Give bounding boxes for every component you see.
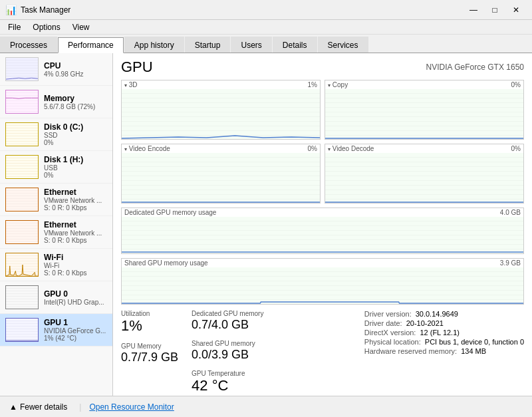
minimize-button[interactable]: —	[463, 0, 484, 20]
gpu-temp-label: GPU Temperature	[192, 370, 263, 377]
tab-services[interactable]: Services	[318, 37, 368, 53]
disk1-graph-thumbnail	[5, 155, 39, 179]
ethernet1-sub: VMware Network ...	[44, 197, 107, 204]
dedicated-gpu-mem-label: Dedicated GPU memory	[192, 310, 263, 317]
wifi-graph-thumbnail	[5, 253, 39, 277]
close-button[interactable]: ✕	[505, 0, 527, 20]
fewer-details-button[interactable]: ▲ Fewer details	[5, 401, 71, 413]
shared-gpu-mem-label: Shared GPU memory	[192, 340, 263, 347]
disk0-graph-thumbnail	[5, 122, 39, 146]
memory-info: Memory 5.6/7.8 GB (72%)	[44, 94, 107, 110]
maximize-button[interactable]: □	[484, 0, 505, 20]
gpu-memory-label: GPU Memory	[121, 343, 178, 350]
tab-startup[interactable]: Startup	[185, 37, 231, 53]
chart-video-encode: ▾ Video Encode 0%	[121, 144, 321, 204]
wifi-sub3: S: 0 R: 0 Kbps	[44, 269, 107, 277]
chart-vdecode-percent: 0%	[511, 145, 521, 152]
ethernet1-label: Ethernet	[44, 188, 107, 197]
disk0-sub2: SSD	[44, 132, 107, 139]
chart-video-decode: ▾ Video Decode 0%	[325, 144, 524, 204]
driver-version-val: 30.0.14.9649	[416, 310, 458, 318]
gpu0-label: GPU 0	[44, 289, 107, 299]
ethernet1-graph-thumbnail	[5, 188, 39, 211]
disk1-label: Disk 1 (H:)	[44, 155, 107, 164]
sidebar-item-gpu1[interactable]: GPU 1 NVIDIA GeForce G... 1% (42 °C)	[0, 314, 112, 347]
physical-location-row: Physical location: PCI bus 1, device 0, …	[364, 338, 524, 346]
chart-copy-body	[325, 89, 523, 139]
gpu0-sub: Intel(R) UHD Grap...	[44, 299, 107, 306]
ethernet2-sub3: S: 0 R: 0 Kbps	[44, 237, 107, 244]
sidebar-item-cpu[interactable]: CPU 4% 0.98 GHz	[0, 53, 112, 86]
tab-performance[interactable]: Performance	[58, 37, 124, 53]
sidebar-item-disk0[interactable]: Disk 0 (C:) SSD 0%	[0, 118, 112, 151]
menu-bar: File Options View	[0, 20, 532, 35]
page-title: GPU	[121, 59, 153, 76]
disk0-info: Disk 0 (C:) SSD 0%	[44, 122, 107, 146]
chart-vdecode-body	[325, 153, 523, 203]
chart-3d: ▾ 3D 1%	[121, 80, 321, 140]
chart-3d-label: ▾ 3D 1%	[122, 80, 320, 89]
ethernet2-info: Ethernet VMware Network ... S: 0 R: 0 Kb…	[44, 220, 107, 244]
cpu-graph-thumbnail	[5, 57, 39, 81]
sidebar-item-wifi[interactable]: Wi-Fi Wi-Fi S: 0 R: 0 Kbps	[0, 249, 112, 281]
gpu1-sub: NVIDIA GeForce G...	[44, 327, 107, 335]
utilization-label: Utilization	[121, 310, 178, 317]
chart-vdecode-title: ▾ Video Decode	[328, 145, 374, 152]
menu-file[interactable]: File	[3, 21, 26, 33]
ethernet1-sub3: S: 0 R: 0 Kbps	[44, 204, 107, 211]
chart-shared-max: 3.9 GB	[500, 259, 521, 267]
gpu1-info: GPU 1 NVIDIA GeForce G... 1% (42 °C)	[44, 318, 107, 342]
gpu1-graph-thumbnail	[5, 318, 39, 342]
chart-shared-title: Shared GPU memory usage	[124, 259, 208, 267]
chart-vencode-body	[122, 153, 320, 203]
shared-gpu-mem-value: 0.0/3.9 GB	[192, 348, 263, 360]
open-resource-monitor-link[interactable]: Open Resource Monitor	[89, 402, 174, 412]
chart-vencode-label: ▾ Video Encode 0%	[122, 144, 320, 153]
wifi-sub: Wi-Fi	[44, 262, 107, 269]
wifi-info: Wi-Fi Wi-Fi S: 0 R: 0 Kbps	[44, 253, 107, 277]
menu-view[interactable]: View	[67, 21, 95, 33]
menu-options[interactable]: Options	[27, 21, 65, 33]
tab-app-history[interactable]: App history	[124, 37, 184, 53]
chart-shared-body	[122, 267, 523, 304]
hw-reserved-mem-val: 134 MB	[461, 347, 486, 355]
gpu0-graph-thumbnail	[5, 285, 39, 309]
chart-dedicated-label: Dedicated GPU memory usage 4.0 GB	[122, 208, 523, 217]
disk0-sub3: 0%	[44, 139, 107, 146]
cpu-label: CPU	[44, 61, 107, 70]
chart-copy: ▾ Copy 0%	[325, 80, 524, 140]
ethernet2-label: Ethernet	[44, 220, 107, 229]
app-title: Task Manager	[21, 5, 70, 15]
chart-shared-label: Shared GPU memory usage 3.9 GB	[122, 259, 523, 267]
directx-val: 12 (FL 12.1)	[420, 329, 460, 337]
ethernet1-info: Ethernet VMware Network ... S: 0 R: 0 Kb…	[44, 188, 107, 211]
memory-sub: 5.6/7.8 GB (72%)	[44, 103, 107, 110]
sidebar-item-ethernet1[interactable]: Ethernet VMware Network ... S: 0 R: 0 Kb…	[0, 184, 112, 216]
disk1-sub3: 0%	[44, 172, 107, 179]
chart-3d-title: ▾ 3D	[124, 81, 138, 88]
tab-processes[interactable]: Processes	[0, 37, 57, 53]
cpu-sub: 4% 0.98 GHz	[44, 70, 107, 78]
sidebar-item-memory[interactable]: Memory 5.6/7.8 GB (72%)	[0, 86, 112, 118]
chart-dedicated-title: Dedicated GPU memory usage	[124, 209, 216, 216]
disk1-info: Disk 1 (H:) USB 0%	[44, 155, 107, 179]
driver-version-key: Driver version:	[364, 310, 412, 318]
stat-utilization: Utilization 1% GPU Memory 0.7/7.9 GB	[121, 310, 178, 393]
dedicated-gpu-mem-value: 0.7/4.0 GB	[192, 319, 263, 331]
sidebar-item-ethernet2[interactable]: Ethernet VMware Network ... S: 0 R: 0 Kb…	[0, 216, 112, 249]
chart-3d-percent: 1%	[308, 81, 317, 88]
window-controls: — □ ✕	[463, 0, 527, 20]
sidebar-item-gpu0[interactable]: GPU 0 Intel(R) UHD Grap...	[0, 281, 112, 314]
gpu0-info: GPU 0 Intel(R) UHD Grap...	[44, 289, 107, 306]
chart-copy-label: ▾ Copy 0%	[325, 80, 523, 89]
tab-details[interactable]: Details	[273, 37, 317, 53]
chart-copy-percent: 0%	[511, 81, 521, 88]
chart-dedicated-body	[122, 217, 523, 253]
content-area: GPU NVIDIA GeForce GTX 1650 ▾ 3D 1%	[113, 53, 532, 396]
tab-bar: Processes Performance App history Startu…	[0, 35, 532, 53]
sidebar-item-disk1[interactable]: Disk 1 (H:) USB 0%	[0, 151, 112, 184]
cpu-info: CPU 4% 0.98 GHz	[44, 61, 107, 78]
driver-date-val: 20-10-2021	[406, 319, 444, 327]
tab-users[interactable]: Users	[231, 37, 271, 53]
memory-label: Memory	[44, 94, 107, 103]
